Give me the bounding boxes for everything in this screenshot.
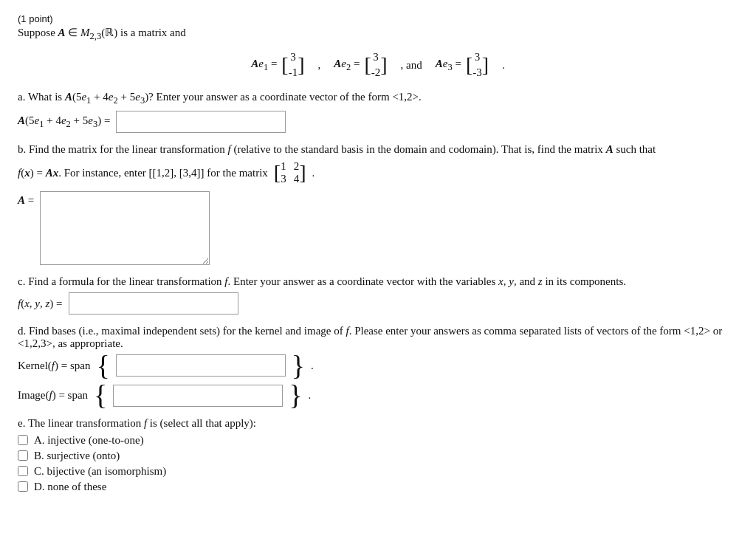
Ae2-top: 3 xyxy=(373,49,379,65)
option-c: C. bijective (an isomorphism) xyxy=(18,465,738,478)
Ae1-top: 3 xyxy=(290,49,296,65)
matrix-equations: Ae1 = [ 3 -1 ] , Ae2 = [ 3 -2 ] , and Ae… xyxy=(18,49,738,80)
part-c-lhs: f(x, y, z) = xyxy=(18,298,63,310)
checkbox-b[interactable] xyxy=(18,450,28,461)
kernel-lhs: Kernel(f) = span xyxy=(18,360,90,372)
part-b-desc: f(x) = Ax. For instance, enter [[1,2], [… xyxy=(18,160,738,185)
checkbox-c[interactable] xyxy=(18,466,28,476)
part-d: d. Find bases (i.e., maximal independent… xyxy=(18,325,738,407)
checkbox-d[interactable] xyxy=(18,481,28,492)
part-b-lhs: A = xyxy=(18,194,34,207)
Ae3-bot: -3 xyxy=(472,65,482,80)
Ae1-bot: -1 xyxy=(289,65,298,80)
part-c: c. Find a formula for the linear transfo… xyxy=(18,275,738,315)
image-close-brace: } xyxy=(289,384,302,406)
part-b: b. Find the matrix for the linear transf… xyxy=(18,143,738,265)
part-b-input[interactable] xyxy=(40,191,210,265)
part-b-question: b. Find the matrix for the linear transf… xyxy=(18,143,738,156)
part-e: e. The linear transformation f is (selec… xyxy=(18,417,738,493)
option-b: B. surjective (onto) xyxy=(18,450,738,462)
part-a: a. What is A(5e1 + 4e2 + 5e3)? Enter you… xyxy=(18,91,738,133)
part-a-lhs: A(5e1 + 4e2 + 5e3) = xyxy=(18,114,110,130)
part-a-question: What is A(5e1 + 4e2 + 5e3)? Enter your a… xyxy=(28,91,422,103)
kernel-open-brace: { xyxy=(96,354,109,377)
part-a-letter: a. What is A(5e1 + 4e2 + 5e3)? Enter you… xyxy=(18,91,738,106)
option-d-label: D. none of these xyxy=(34,481,106,493)
option-a: A. injective (one-to-one) xyxy=(18,434,738,447)
option-b-label: B. surjective (onto) xyxy=(34,450,120,462)
kernel-input[interactable] xyxy=(116,354,286,377)
point-label: (1 point) xyxy=(18,13,738,24)
image-open-brace: { xyxy=(94,384,107,406)
option-a-label: A. injective (one-to-one) xyxy=(34,434,144,447)
part-d-question: d. Find bases (i.e., maximal independent… xyxy=(18,325,738,350)
intro-text: Suppose A ∈ M2,3(ℝ) is a matrix and xyxy=(18,26,738,42)
option-c-label: C. bijective (an isomorphism) xyxy=(34,465,166,478)
Ae2-bot: -2 xyxy=(371,65,381,80)
option-d: D. none of these xyxy=(18,481,738,493)
part-a-input[interactable] xyxy=(116,111,286,133)
image-lhs: Image(f) = span xyxy=(18,389,88,402)
kernel-close-brace: } xyxy=(292,354,305,377)
checkbox-a[interactable] xyxy=(18,435,28,445)
image-input[interactable] xyxy=(113,385,283,407)
Ae3-top: 3 xyxy=(475,49,481,65)
part-c-question: c. Find a formula for the linear transfo… xyxy=(18,275,738,288)
part-c-input[interactable] xyxy=(69,292,238,315)
part-e-question: e. The linear transformation f is (selec… xyxy=(18,417,738,430)
